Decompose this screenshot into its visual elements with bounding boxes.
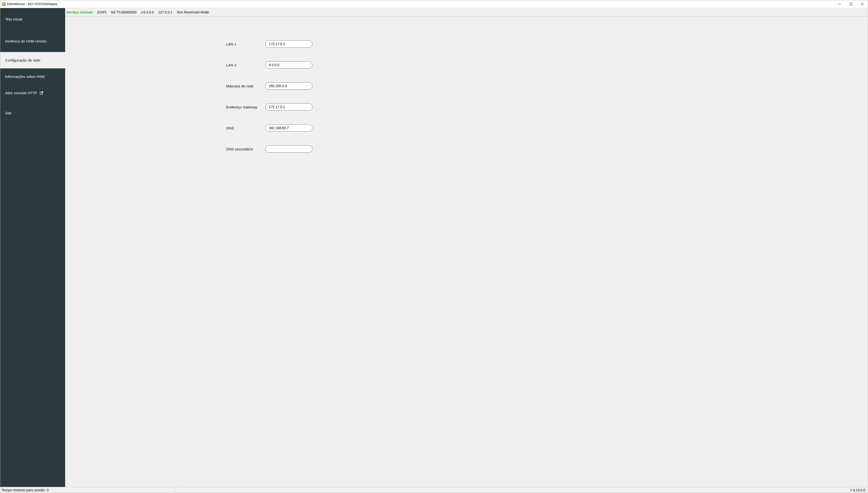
sidebar-item-network-config[interactable]: Configuração de rede — [0, 52, 65, 68]
row-dns-secondary: DNS secundário — [65, 145, 868, 153]
close-button[interactable] — [856, 0, 868, 8]
app-window: DINAMOcon - KEY-STATION\Nadia Tela Inici… — [0, 0, 868, 493]
sidebar: Tela Inicial Gerência do HSM remoto Conf… — [0, 8, 65, 487]
status-ip: 127.0.0.1 — [158, 10, 173, 14]
svg-point-11 — [865, 492, 865, 493]
window-title: DINAMOcon - KEY-STATION\Nadia — [7, 2, 57, 6]
input-netmask[interactable] — [265, 82, 313, 90]
row-lan1: LAN 1 — [65, 40, 868, 48]
input-gateway[interactable] — [265, 103, 313, 111]
network-form: LAN 1 LAN 2 Máscara de rede Endereço Gat… — [65, 40, 868, 166]
input-lan2[interactable] — [265, 61, 313, 69]
label-netmask: Máscara de rede — [226, 84, 259, 88]
svg-point-6 — [867, 490, 867, 491]
sidebar-item-home[interactable]: Tela Inicial — [0, 8, 65, 30]
close-icon — [861, 3, 864, 5]
sidebar-item-hsm-management[interactable]: Gerência do HSM remoto — [0, 30, 65, 52]
row-netmask: Máscara de rede — [65, 82, 868, 90]
minimize-button[interactable] — [834, 0, 845, 8]
label-dns-secondary: DNS secundário — [226, 147, 259, 151]
session-time-value: 0 — [47, 488, 49, 492]
footer-separator — [175, 487, 175, 493]
label-dns: DNS — [226, 126, 259, 130]
app-body: Tela Inicial Gerência do HSM remoto Conf… — [0, 8, 868, 487]
row-lan2: LAN 2 — [65, 61, 868, 69]
app-version: v 4.13.0.0 — [850, 488, 867, 492]
sidebar-item-hsm-info[interactable]: Informações sobre HSM — [0, 68, 65, 85]
maximize-button[interactable] — [845, 0, 856, 8]
status-serial: NS TCA0000000 — [111, 10, 137, 14]
session-time-label: Tempo restante para sessão: — [2, 488, 46, 492]
svg-point-9 — [867, 492, 867, 493]
content-pane: LAN 1 LAN 2 Máscara de rede Endereço Gat… — [65, 16, 868, 487]
status-model: (DXP) — [97, 10, 106, 14]
maximize-icon — [850, 3, 852, 5]
sidebar-item-label: Abrir console HTTP — [5, 91, 37, 95]
status-mode: Non Restricted Mode — [177, 10, 209, 14]
sidebar-item-label: Configuração de rede — [5, 58, 40, 62]
sidebar-item-label: Informações sobre HSM — [5, 74, 45, 79]
label-gateway: Endereço Gateway — [226, 105, 259, 109]
minimize-icon — [839, 3, 841, 5]
row-gateway: Endereço Gateway — [65, 103, 868, 111]
external-link-icon — [40, 91, 43, 95]
row-dns: DNS — [65, 124, 868, 132]
status-service: Serviço iniciado — [67, 10, 93, 14]
sidebar-item-label: Tela Inicial — [5, 17, 22, 21]
footer: Tempo restante para sessão: 0 v 4.13.0.0 — [0, 487, 868, 493]
svg-point-10 — [866, 492, 866, 493]
svg-point-8 — [866, 491, 866, 492]
input-dns-secondary[interactable] — [265, 145, 313, 153]
svg-line-5 — [41, 91, 43, 93]
svg-rect-1 — [850, 3, 852, 5]
label-lan2: LAN 2 — [226, 63, 259, 67]
label-lan1: LAN 1 — [226, 42, 259, 46]
titlebar[interactable]: DINAMOcon - KEY-STATION\Nadia — [0, 0, 868, 8]
sidebar-item-open-http-console[interactable]: Abrir console HTTP — [0, 85, 65, 101]
status-bar: Serviço iniciado (DXP) NS TCA0000000 v.5… — [65, 8, 868, 16]
sidebar-item-label: Sair — [5, 111, 12, 115]
input-lan1[interactable] — [265, 40, 313, 48]
main-area: Serviço iniciado (DXP) NS TCA0000000 v.5… — [65, 8, 868, 487]
status-firmware-version: v.5.3.0.0 — [141, 10, 154, 14]
svg-point-7 — [867, 491, 867, 492]
app-icon — [2, 2, 6, 6]
input-dns[interactable] — [265, 124, 313, 132]
sidebar-item-exit[interactable]: Sair — [0, 101, 65, 125]
resize-grip[interactable] — [865, 490, 868, 493]
sidebar-item-label: Gerência do HSM remoto — [5, 39, 47, 43]
